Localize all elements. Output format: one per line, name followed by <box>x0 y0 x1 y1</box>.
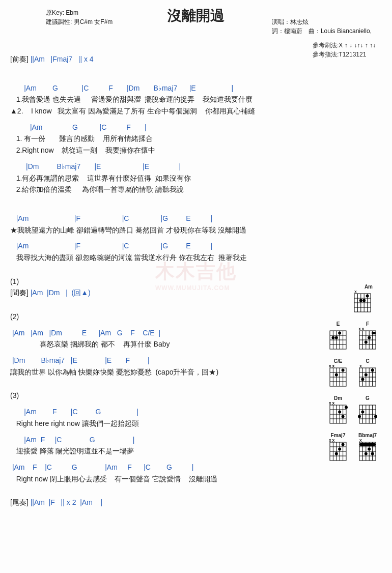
chord-grid-icon: X <box>357 439 378 463</box>
chord-name: E <box>337 321 340 327</box>
verse-lyric-3a: 1.何必再無謂的思索 這世界有什麼好值得 如果沒有你 <box>10 173 382 184</box>
svg-point-67 <box>338 411 341 414</box>
chord-diagram-f: F X X <box>357 321 378 351</box>
chord-diagram-e: E <box>328 321 348 351</box>
verse-chords-2: |Am G |C F | <box>10 122 382 133</box>
svg-point-105 <box>371 452 374 455</box>
verse-lyric-2b: 2.Right now 就從這一刻 我要擁你在懷中 <box>10 145 382 156</box>
svg-point-92 <box>342 443 345 446</box>
verse-lyric-2a: 1. 有一份 難言的感動 用所有情緒揉合 <box>10 133 382 145</box>
svg-point-69 <box>345 406 348 409</box>
chorus-lyric-2: 我尋找大海的盡頭 卻忽略蜿蜒的河流 當我逆水行舟 你在我左右 推著我走 <box>10 252 382 264</box>
svg-text:X: X <box>359 439 362 442</box>
chord-grid-icon <box>328 328 348 351</box>
chord-diagram-am: Am X <box>312 284 378 314</box>
svg-rect-34 <box>372 332 376 334</box>
chord-grid-icon: X X <box>328 402 348 425</box>
svg-text:X X: X X <box>358 328 365 331</box>
chord-name: G <box>366 395 370 401</box>
svg-point-11 <box>366 295 369 298</box>
svg-text:X X: X X <box>329 439 335 442</box>
interlude-chords: |Am |Dm | (回▲) <box>29 289 91 297</box>
sec3-chords-3: |Am F |C G |Am F |C G | <box>10 462 382 473</box>
composer: 詞：樓南蔚 曲：Louis Biancaniello, <box>272 26 372 36</box>
chord-grid-icon: X X <box>328 439 348 463</box>
svg-text:X: X <box>354 291 357 294</box>
svg-point-90 <box>335 452 338 455</box>
verse-lyric-1a: 1.我曾愛過 也失去過 嘗過愛的甜與澀 擺脫命運的捉弄 我知道我要什麼 <box>10 94 382 105</box>
original-key: 原Key: Ebm <box>46 8 113 17</box>
verse-chords-1: |Am G |C F |Dm B♭maj7 |E | <box>10 83 382 94</box>
chord-name: Am <box>365 284 373 290</box>
chord-diagram-fmaj7: Fmaj7 X X <box>328 433 348 463</box>
svg-point-80 <box>374 415 377 418</box>
intro-label: [前奏] <box>10 55 29 63</box>
svg-point-9 <box>359 299 362 302</box>
chord-diagram-bbmaj7: Bbmaj7 X <box>357 433 378 463</box>
strum-info: 參考刷法:X ↑ ↓ ↓↑↓ ↑ ↑↓ 參考指法:T1213121 <box>313 41 376 59</box>
svg-point-56 <box>365 374 368 377</box>
chord-name: C <box>366 358 369 364</box>
svg-point-22 <box>338 332 341 335</box>
verse-lyric-3b: 2.給你加倍的溫柔 為你唱一首專屬的情歌 請聽我說 <box>10 184 382 195</box>
svg-point-45 <box>342 369 345 372</box>
svg-point-103 <box>365 452 368 455</box>
svg-point-32 <box>368 336 371 339</box>
svg-point-21 <box>335 336 338 339</box>
svg-point-79 <box>361 411 364 414</box>
chord-grid-icon: X <box>352 291 373 314</box>
svg-point-104 <box>368 448 371 451</box>
chord-grid-icon: X X <box>357 328 378 351</box>
svg-rect-102 <box>359 443 376 446</box>
intro-chords: ||Am |Fmaj7 || x 4 <box>29 55 94 63</box>
chorus-lyric-1: ★我眺望遠方的山峰 卻錯過轉彎的路口 驀然回首 才發現你在等我 沒離開過 <box>10 225 382 236</box>
chord-diagram-c: C X <box>357 358 378 388</box>
svg-text:X: X <box>359 365 362 368</box>
chord-name: Fmaj7 <box>331 433 346 438</box>
chorus-chords-2: |Am |F |C |G E | <box>10 241 382 252</box>
sec3-lyric-3: Right now 閉上眼用心去感受 有一個聲音 它說愛情 沒離開過 <box>10 474 382 485</box>
svg-point-44 <box>335 374 338 377</box>
outro-label: [尾奏] <box>10 498 29 506</box>
chorus-chords-1: |Am |F |C |G E | <box>10 213 382 224</box>
svg-point-10 <box>362 299 366 302</box>
chord-diagram-dm: Dm X X <box>328 395 348 425</box>
svg-point-55 <box>361 378 364 381</box>
verse-chords-3: |Dm B♭maj7 |E |E | <box>10 161 382 173</box>
finger-pattern: 參考指法:T1213121 <box>313 50 376 59</box>
svg-point-68 <box>342 415 345 418</box>
strum-pattern: 參考刷法:X ↑ ↓ ↓↑↓ ↑ ↑↓ <box>313 41 376 50</box>
svg-point-91 <box>338 448 341 451</box>
singer: 演唱：林志炫 <box>272 17 372 26</box>
verse-lyric-1b: ▲2. I know 我太富有 因為愛滿足了所有 生命中每個漏洞 你都用真心補縫 <box>10 106 382 117</box>
chord-grid-icon <box>357 402 378 425</box>
svg-point-33 <box>365 341 368 344</box>
outro-chords: ||Am |F || x 2 |Am | <box>29 498 102 506</box>
chord-name: C/E <box>334 358 343 364</box>
suggest-key: 建議調性: 男C#m 女F#m <box>46 17 113 26</box>
svg-point-78 <box>358 415 361 418</box>
meta-left: 原Key: Ebm 建議調性: 男C#m 女F#m <box>46 8 113 26</box>
chord-name: F <box>366 321 369 327</box>
meta-right: 演唱：林志炫 詞：樓南蔚 曲：Louis Biancaniello, <box>272 17 372 36</box>
chord-diagram-panel: Am X E F X X C/E X X C X Dm X X G <box>312 284 378 463</box>
svg-text:X X: X X <box>329 402 335 405</box>
chord-diagram-g: G <box>357 395 378 425</box>
chord-grid-icon: X X <box>328 365 348 388</box>
chord-diagram-ce: C/E X X <box>328 358 348 388</box>
chord-grid-icon: X <box>357 365 378 388</box>
svg-point-57 <box>371 369 374 372</box>
chord-name: Dm <box>334 395 342 401</box>
svg-point-20 <box>331 336 334 339</box>
outro-row: [尾奏] ||Am |F || x 2 |Am | <box>10 497 382 508</box>
chord-name: Bbmaj7 <box>358 433 377 438</box>
svg-text:X X: X X <box>329 365 335 368</box>
interlude-label: [間奏] <box>10 289 29 297</box>
